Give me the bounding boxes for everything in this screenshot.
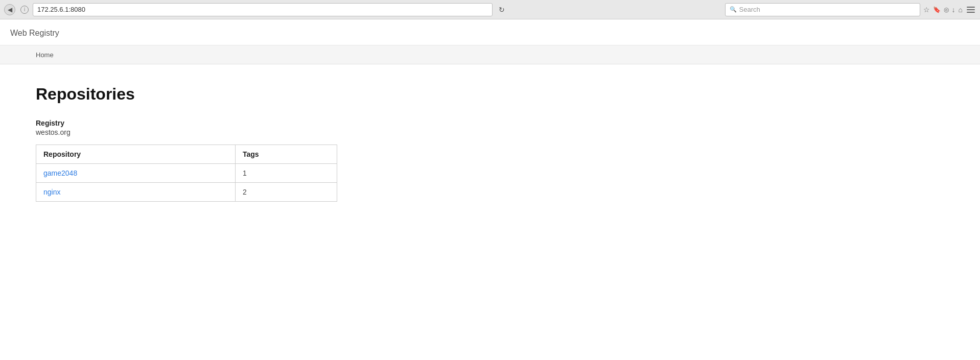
- repositories-table: Repository Tags game20481nginx2: [36, 145, 337, 202]
- bookmark-icon[interactable]: 🔖: [933, 6, 941, 13]
- nav-buttons: ◀: [4, 4, 15, 15]
- breadcrumb[interactable]: Home: [36, 51, 54, 59]
- table-header-row: Repository Tags: [36, 145, 337, 164]
- address-bar[interactable]: 172.25.6.1:8080: [33, 3, 493, 16]
- repo-name-cell: nginx: [36, 183, 236, 202]
- back-icon: ◀: [8, 6, 12, 13]
- breadcrumb-bar: Home: [0, 45, 980, 64]
- app-title: Web Registry: [10, 29, 59, 37]
- reload-button[interactable]: ↻: [497, 5, 507, 15]
- star-icon[interactable]: ☆: [923, 6, 930, 14]
- repo-name-cell: game2048: [36, 164, 236, 183]
- search-bar[interactable]: 🔍 Search: [725, 3, 920, 16]
- registry-label: Registry: [36, 119, 944, 127]
- browser-chrome: ◀ i 172.25.6.1:8080 ↻ 🔍 Search ☆ 🔖 ◎ ↓ ⌂: [0, 0, 980, 19]
- back-button[interactable]: ◀: [4, 4, 15, 15]
- main-content: Repositories Registry westos.org Reposit…: [0, 64, 980, 232]
- registry-section: Registry westos.org Repository Tags game…: [36, 119, 944, 202]
- col-tags: Tags: [236, 145, 337, 164]
- reload-icon: ↻: [499, 6, 505, 14]
- repo-link[interactable]: game2048: [43, 169, 77, 177]
- page-heading: Repositories: [36, 85, 944, 104]
- col-repository: Repository: [36, 145, 236, 164]
- download-icon[interactable]: ↓: [952, 6, 955, 14]
- home-icon[interactable]: ⌂: [959, 6, 963, 14]
- search-placeholder: Search: [739, 6, 760, 13]
- address-text: 172.25.6.1:8080: [37, 6, 85, 13]
- registry-value: westos.org: [36, 128, 944, 136]
- menu-button[interactable]: [966, 5, 976, 15]
- info-icon: i: [20, 6, 29, 14]
- page-content: Web Registry Home Repositories Registry …: [0, 19, 980, 360]
- repo-link[interactable]: nginx: [43, 188, 60, 196]
- search-icon: 🔍: [730, 6, 737, 13]
- app-header: Web Registry: [0, 19, 980, 45]
- pocket-icon[interactable]: ◎: [944, 6, 949, 13]
- table-row: nginx2: [36, 183, 337, 202]
- repo-tags-cell: 1: [236, 164, 337, 183]
- toolbar-right: 🔍 Search ☆ 🔖 ◎ ↓ ⌂: [725, 3, 976, 16]
- table-row: game20481: [36, 164, 337, 183]
- repo-tags-cell: 2: [236, 183, 337, 202]
